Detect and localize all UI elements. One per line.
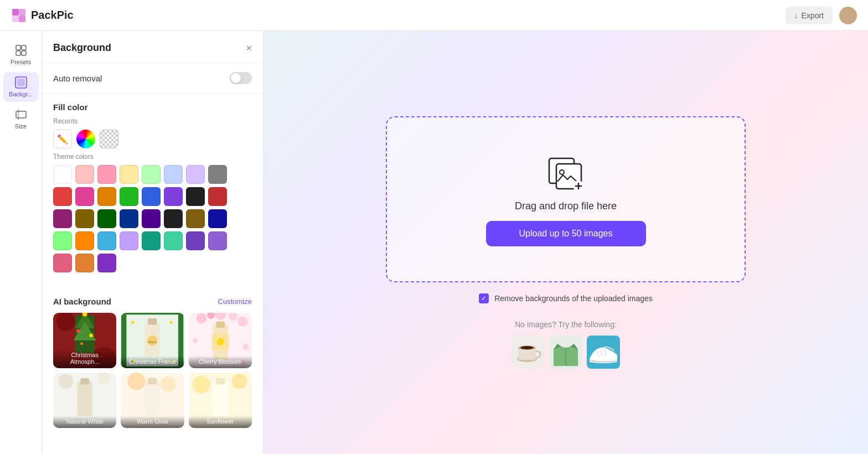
ai-background-section: AI background Customize [42,288,263,437]
svg-rect-2 [12,16,19,22]
coffee-preview [512,336,545,369]
sidebar-item-presets[interactable]: Presets [3,40,39,70]
svg-rect-7 [22,51,26,55]
theme-color-swatch-9[interactable] [75,187,94,206]
theme-color-swatch-23[interactable] [208,209,227,228]
background-label: Backgr... [9,91,33,97]
app-logo[interactable]: PackPic [11,8,74,23]
theme-color-swatch-14[interactable] [186,187,205,206]
svg-point-48 [58,374,73,389]
theme-color-swatch-6[interactable] [186,165,205,184]
theme-color-swatch-18[interactable] [97,209,116,228]
theme-color-swatch-27[interactable] [120,231,138,250]
cherry-blossom-label: Cherry Blossom [189,356,252,368]
svg-point-43 [193,338,198,343]
svg-point-44 [242,344,249,350]
svg-rect-61 [216,378,225,384]
svg-rect-26 [148,318,157,324]
theme-color-swatch-24[interactable] [53,231,72,250]
background-panel: Background × Auto removal Fill color Rec… [42,31,264,454]
pen-color-swatch[interactable]: ✏️ [53,130,72,148]
drop-zone[interactable]: Drag and drop file here Upload up to 50 … [386,116,746,282]
theme-color-swatch-22[interactable] [186,209,205,228]
export-button[interactable]: ↓ Export [786,7,833,24]
ai-card-christmas-frame[interactable]: PACK ★ ★ ★ ★ Christmas Frame [121,313,184,368]
main-layout: Presets Backgr... Size Background × Auto [0,31,868,454]
presets-label: Presets [11,59,31,65]
ai-card-placeholder-1[interactable]: Natural White [53,373,116,428]
svg-point-21 [80,342,83,345]
svg-rect-60 [213,381,228,416]
app-name: PackPic [31,9,74,22]
auto-removal-toggle[interactable] [230,72,252,84]
theme-color-swatch-12[interactable] [142,187,161,206]
svg-rect-1 [19,9,25,16]
theme-color-swatch-10[interactable] [97,187,116,206]
auto-removal-row: Auto removal [53,72,252,84]
theme-color-swatch-15[interactable] [208,187,227,206]
sidebar-item-size[interactable]: Size [3,104,39,134]
theme-color-swatch-3[interactable] [120,165,138,184]
svg-rect-55 [145,381,160,416]
sample-image-jacket[interactable] [549,336,582,369]
theme-color-swatch-29[interactable] [164,231,183,250]
ai-background-header: AI background Customize [53,297,252,306]
theme-color-swatch-34[interactable] [97,254,116,272]
theme-color-swatch-8[interactable] [53,187,72,206]
ai-background-grid: Christmas Atmosph... PACK ★ [53,313,252,428]
auto-removal-label: Auto removal [53,74,102,83]
ai-card-cherry-blossom[interactable]: Cherry Blossom [189,313,252,368]
theme-color-swatch-21[interactable] [164,209,183,228]
sidebar-item-background[interactable]: Backgr... [3,72,39,102]
svg-text:★: ★ [168,319,174,326]
ai-card-placeholder-3[interactable]: Sunflower [189,373,252,428]
logo-icon [11,8,27,23]
theme-color-swatch-16[interactable] [53,209,72,228]
theme-color-swatch-19[interactable] [120,209,138,228]
svg-point-13 [56,313,75,331]
drag-drop-text: Drag and drop file here [515,200,617,212]
theme-color-swatch-1[interactable] [75,165,94,184]
svg-rect-6 [16,51,20,55]
remove-bg-row: ✓ Remove backgrounds of the uploaded ima… [479,293,653,303]
ai-card-placeholder-2[interactable]: Warm Glow [121,373,184,428]
no-images-section: No images? Try the following: [512,320,620,369]
theme-color-swatch-30[interactable] [186,231,205,250]
theme-color-swatch-31[interactable] [208,231,227,250]
transparent-swatch[interactable] [100,130,118,148]
theme-color-swatch-7[interactable] [208,165,227,184]
theme-color-swatch-25[interactable] [75,231,94,250]
theme-color-swatch-17[interactable] [75,209,94,228]
sample-image-coffee[interactable] [512,336,545,369]
sample-image-sneaker[interactable] [587,336,620,369]
background-icon [15,76,27,89]
svg-rect-10 [16,111,26,118]
theme-color-swatch-2[interactable] [97,165,116,184]
rainbow-color-swatch[interactable] [76,130,95,148]
size-label: Size [15,123,27,130]
theme-color-swatch-33[interactable] [75,254,94,272]
customize-link[interactable]: Customize [218,297,252,306]
auto-removal-section: Auto removal [42,63,263,94]
sample-images-row [512,336,620,369]
user-avatar[interactable] [839,7,857,24]
upload-button[interactable]: Upload up to 50 images [486,221,646,246]
theme-color-swatch-32[interactable] [53,254,72,272]
theme-color-swatch-11[interactable] [120,187,138,206]
close-panel-button[interactable]: × [246,43,252,53]
fill-color-title: Fill color [53,102,252,112]
theme-color-swatch-26[interactable] [97,231,116,250]
theme-color-swatch-0[interactable] [53,165,72,184]
theme-color-swatch-4[interactable] [142,165,161,184]
ai-card-christmas-atmosph[interactable]: Christmas Atmosph... [53,313,116,368]
theme-color-swatch-28[interactable] [142,231,161,250]
theme-color-swatch-5[interactable] [164,165,183,184]
theme-color-swatch-13[interactable] [164,187,183,206]
recents-label: Recents [53,117,252,125]
svg-point-38 [237,317,247,327]
theme-color-swatch-20[interactable] [142,209,161,228]
placeholder-3-label: Sunflower [189,416,252,428]
remove-bg-checkbox[interactable]: ✓ [479,293,489,303]
theme-colors-label: Theme colors [53,153,252,161]
upload-images-icon [546,153,585,192]
